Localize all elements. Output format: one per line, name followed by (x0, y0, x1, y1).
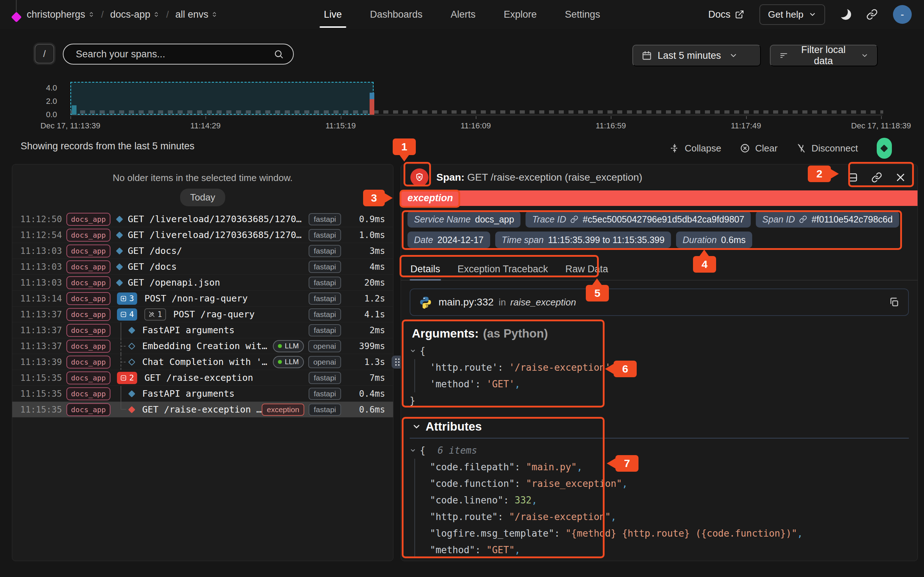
disconnect-button[interactable]: Disconnect (796, 143, 858, 154)
breadcrumb-item-docs-app[interactable]: docs-app (110, 9, 160, 20)
span-name: GET /livereload/1270363685/1270… (128, 230, 309, 240)
row-tags: fastapi0.4ms (309, 388, 385, 400)
span-row[interactable]: 11:15:35docs_appGET /raise-exception …ex… (12, 402, 393, 417)
collapse-button[interactable]: Collapse (670, 143, 721, 154)
span-row[interactable]: 11:13:37docs_appFastAPI argumentsfastapi… (12, 322, 393, 338)
span-name: GET /raise-exception … (142, 404, 262, 415)
framework-tag: fastapi (309, 388, 341, 400)
detail-header-actions (848, 172, 908, 183)
close-icon[interactable] (895, 172, 906, 183)
histogram-bar-spans[interactable] (370, 93, 374, 99)
framework-tag: fastapi (309, 324, 341, 337)
span-row[interactable]: 11:12:50docs_appGET /livereload/12703636… (12, 211, 393, 227)
code-token: '/raise-exception' (509, 362, 611, 373)
span-row[interactable]: 11:13:14docs_app3POST /non-rag-queryfast… (12, 291, 393, 306)
span-duration: 0.6ms (346, 405, 385, 415)
service-badge[interactable]: docs_app (66, 371, 110, 384)
live-status-indicator[interactable] (877, 138, 892, 159)
annotation-label-7: 7 (615, 455, 638, 472)
span-row[interactable]: 11:13:03docs_appGET /docsfastapi4ms (12, 259, 393, 275)
code-token: { (420, 345, 426, 356)
service-badge[interactable]: docs_app (66, 387, 110, 400)
time-selection-window[interactable] (70, 82, 373, 115)
logfire-logo-icon[interactable] (11, 12, 22, 23)
link-icon (570, 215, 578, 223)
service-badge[interactable]: docs_app (66, 324, 110, 337)
attributes-heading[interactable]: Attributes (412, 420, 918, 434)
service-badge[interactable]: docs_app (66, 403, 110, 416)
copy-link-icon[interactable] (871, 172, 882, 183)
x-axis-tick-label: 11:17:49 (731, 121, 761, 131)
x-axis-tick-label: 11:16:59 (596, 121, 626, 131)
span-start-time: 11:13:37 (20, 325, 66, 335)
live-diamond-icon (880, 144, 888, 152)
code-token: "main.py" (526, 462, 577, 472)
breadcrumb-item-christophergs[interactable]: christophergs (27, 9, 95, 20)
search-input[interactable] (76, 49, 274, 60)
nav-tab-explore[interactable]: Explore (504, 0, 537, 29)
span-start-time: 11:13:37 (20, 309, 66, 319)
detail-tab-exception-traceback[interactable]: Exception Traceback (457, 259, 549, 280)
code-token: "method" (430, 545, 475, 555)
span-name: GET /raise-exception (144, 372, 309, 383)
detail-tab-raw-data[interactable]: Raw Data (564, 259, 609, 280)
collapse-caret-icon[interactable] (410, 447, 416, 454)
span-title-value: GET /raise-exception (raise_exception) (467, 172, 643, 183)
span-row[interactable]: 11:13:03docs_appGET /docs/fastapi3ms (12, 243, 393, 259)
code-token: "{method} {http.route} ({code.function})… (565, 528, 797, 539)
service-badge[interactable]: docs_app (66, 356, 110, 369)
collapse-children-badge[interactable]: 2 (117, 372, 137, 384)
histogram-bar-spans[interactable] (72, 105, 76, 115)
logo-stem (16, 0, 16, 12)
row-tags: LLMopenai399ms (273, 340, 385, 352)
span-row[interactable]: 11:13:37docs_app41POST /rag-queryfastapi… (12, 306, 393, 322)
nav-tab-alerts[interactable]: Alerts (451, 0, 475, 29)
service-badge[interactable]: docs_app (66, 245, 110, 258)
span-row[interactable]: 11:15:35docs_appFastAPI argumentsfastapi… (12, 386, 393, 402)
chip-value: #c5ec5005042796e91d5db42ca9fd9807 (583, 214, 744, 225)
code-token: 'method' (430, 379, 475, 390)
span-row[interactable]: 11:12:54docs_appGET /livereload/12703636… (12, 227, 393, 243)
span-row[interactable]: 11:13:37docs_appEmbedding Creation wit…L… (12, 338, 393, 354)
time-range-button[interactable]: Last 5 minutes (632, 45, 761, 66)
today-pill[interactable]: Today (180, 189, 225, 206)
service-badge[interactable]: docs_app (66, 260, 110, 273)
filter-local-data-button[interactable]: Filter local data (770, 45, 878, 66)
nav-tab-settings[interactable]: Settings (565, 0, 600, 29)
collapse-caret-icon[interactable] (410, 348, 416, 354)
docs-link[interactable]: Docs (708, 9, 744, 20)
service-badge[interactable]: docs_app (66, 308, 110, 321)
service-badge[interactable]: docs_app (66, 276, 110, 289)
user-avatar[interactable]: - (893, 5, 912, 24)
dark-mode-toggle[interactable] (840, 9, 851, 20)
hidden-spans-badge[interactable]: 1 (144, 308, 166, 321)
collapse-children-badge[interactable]: 4 (117, 308, 137, 321)
service-badge[interactable]: docs_app (66, 229, 110, 242)
span-duration: 1.3s (346, 357, 385, 367)
clear-button[interactable]: Clear (740, 143, 777, 154)
code-line: 'method': 'GET', (410, 376, 918, 392)
span-row[interactable]: 11:13:39docs_appChat Completion with '…L… (12, 354, 393, 370)
spans-histogram[interactable]: 0.02.04.0Dec 17, 11:13:3911:14:2911:15:1… (0, 76, 924, 134)
span-row[interactable]: 11:15:35docs_app2GET /raise-exceptionfas… (12, 370, 393, 386)
service-badge[interactable]: docs_app (66, 292, 110, 305)
nav-tab-live[interactable]: Live (324, 0, 342, 29)
expand-children-badge[interactable]: 3 (117, 292, 137, 305)
dock-panel-icon[interactable] (848, 172, 858, 183)
service-badge[interactable]: docs_app (66, 340, 110, 353)
copy-icon[interactable] (888, 297, 900, 308)
breadcrumb-item-all-envs[interactable]: all envs (175, 9, 218, 20)
span-duration: 399ms (346, 341, 385, 351)
detail-header: Span: GET /raise-exception (raise_except… (401, 164, 918, 190)
span-row[interactable]: 11:13:03docs_appGET /openapi.jsonfastapi… (12, 275, 393, 291)
nav-tab-dashboards[interactable]: Dashboards (370, 0, 423, 29)
detail-tab-details[interactable]: Details (410, 259, 441, 280)
share-link-button[interactable] (866, 9, 878, 20)
span-duration: 20ms (346, 278, 385, 288)
get-help-button[interactable]: Get help (759, 4, 825, 25)
histogram-bar-errors[interactable] (370, 99, 374, 115)
service-badge[interactable]: docs_app (66, 213, 110, 226)
code-token: } (410, 395, 415, 406)
clear-label: Clear (755, 143, 777, 154)
source-file-line[interactable]: main.py:332 (439, 297, 494, 308)
